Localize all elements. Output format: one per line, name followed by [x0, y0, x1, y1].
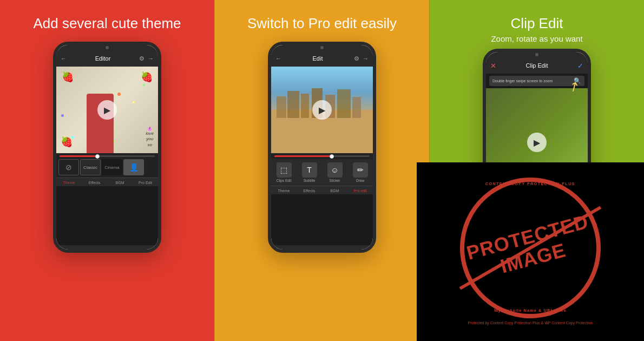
screen-header-1: ← Editor ⚙ → — [56, 50, 158, 67]
forward-icon-2: → — [363, 55, 369, 62]
person-icon-1: 👤 — [129, 163, 139, 172]
panel-1-title: Add several cute theme — [33, 15, 181, 32]
thumb-none-1[interactable]: ⊘ — [58, 159, 79, 175]
phone-1: ← Editor ⚙ → — [53, 42, 161, 253]
zoom-hint-text-3: Double finger swipe screen to zoom — [492, 79, 553, 83]
play-icon-3[interactable]: ▶ — [527, 133, 547, 152]
pro-btn-draw[interactable]: ✏ Draw — [353, 162, 368, 182]
progress-fill-1 — [60, 155, 97, 157]
tab-proedit-1[interactable]: Pro Edit — [133, 178, 158, 186]
clip-edit-header-3: ✕ Clip Edit ✓ — [486, 57, 588, 74]
tab-effects-label-2: Effects — [304, 189, 315, 193]
subtitle-label: Subtitle — [304, 179, 316, 182]
draw-icon: ✏ — [353, 162, 368, 178]
panel-2: Switch to Pro edit easily ← Edit ⚙ → — [214, 0, 429, 341]
phone-2: ← Edit ⚙ → — [268, 42, 376, 253]
classic-label-1: Classic — [83, 165, 97, 170]
phone-screen-2: ← Edit ⚙ → — [271, 50, 373, 245]
pro-btn-sticker[interactable]: ☺ Sticker — [327, 162, 343, 182]
sticker-icon: ☺ — [327, 162, 343, 178]
progress-fill-2 — [274, 155, 332, 157]
sticker-label: Sticker — [330, 179, 340, 182]
tab-theme-2[interactable]: Theme — [271, 186, 297, 194]
phone-topbar-3 — [486, 52, 588, 57]
header-icons-2: ⚙ → — [354, 55, 369, 62]
phone-body-2: ← Edit ⚙ → — [268, 42, 376, 253]
phone-bottom-1 — [56, 245, 158, 250]
phone-speaker-2 — [320, 46, 324, 49]
phone-topbar-2 — [271, 45, 373, 50]
thumb-person-1[interactable]: 👤 — [123, 159, 144, 175]
clips-edit-icon: ⬚ — [277, 162, 292, 178]
tab-bgm-label-1: BGM — [116, 181, 124, 185]
tab-bgm-label-2: BGM — [331, 189, 339, 193]
header-icons-1: ⚙ → — [139, 55, 154, 62]
thumb-classic-1[interactable]: Classic — [80, 159, 101, 175]
tab-effects-label-1: Effects — [89, 181, 100, 185]
progress-thumb-1[interactable] — [95, 154, 100, 159]
none-icon-1: ⊘ — [65, 163, 72, 172]
progress-track-1 — [60, 155, 155, 157]
panel-3-subtitle: Zoom, rotate as you want — [491, 34, 582, 43]
video-area-2: ▶ — [271, 67, 373, 153]
stamp-main-text: PROTECTED IMAGE — [461, 210, 600, 286]
settings-icon-2: ⚙ — [354, 55, 359, 62]
pro-edit-bar-2: ⬚ Clips Edit T Subtitle ☺ Sticker ✏ Draw — [271, 159, 373, 186]
play-icon-1[interactable]: ▶ — [97, 100, 117, 120]
pro-btn-subtitle[interactable]: T Subtitle — [302, 162, 317, 182]
forward-icon-1: → — [148, 55, 154, 62]
thumb-cinema-1[interactable]: Cinema — [102, 159, 122, 175]
tab-bar-2: Theme Effects BGM Pro edit — [271, 186, 373, 194]
screen-header-2: ← Edit ⚙ → — [271, 50, 373, 67]
tab-proedit-label-1: Pro Edit — [139, 181, 152, 185]
tab-theme-label-1: Theme — [63, 181, 75, 185]
play-btn-1[interactable]: ▶ — [56, 67, 158, 153]
cinema-label-1: Cinema — [104, 165, 120, 170]
clips-edit-label: Clips Edit — [277, 179, 291, 182]
stamp-arc-bottom-text: My Website Name & URL Here — [460, 308, 601, 313]
phone-topbar-1 — [56, 45, 158, 50]
panel-1: Add several cute theme ← Editor ⚙ → — [0, 0, 214, 341]
progress-track-2 — [274, 155, 370, 157]
tab-theme-label-2: Theme — [278, 189, 290, 193]
tab-proedit-label-2: Pro edit — [353, 189, 366, 193]
phone-screen-1: ← Editor ⚙ → — [56, 50, 158, 245]
play-btn-2[interactable]: ▶ — [271, 67, 373, 153]
panel-3-title: Clip Edit — [511, 15, 563, 32]
tab-bgm-1[interactable]: BGM — [107, 178, 133, 186]
stamp-container: PROTECTED IMAGE CONTENT COPY PROTECTION … — [460, 178, 601, 318]
screen-title-2: Edit — [313, 55, 323, 62]
tab-proedit-2[interactable]: Pro edit — [347, 186, 373, 194]
tab-effects-1[interactable]: Effects — [82, 178, 107, 186]
protected-overlay: PROTECTED IMAGE CONTENT COPY PROTECTION … — [417, 162, 644, 341]
clip-edit-title-3: Clip Edit — [526, 62, 548, 69]
video-area-1: Iloveyouso 🍓 🍓 🍓 ▶ — [56, 67, 158, 153]
back-icon-1: ← — [61, 55, 67, 62]
close-btn-3[interactable]: ✕ — [490, 62, 496, 70]
tab-effects-2[interactable]: Effects — [297, 186, 322, 194]
phone-bottom-2 — [271, 245, 373, 250]
screen-title-1: Editor — [95, 55, 111, 62]
phone-speaker-1 — [106, 46, 109, 49]
stamp-subtitle-text: Protected by Content Copy Protection Plu… — [468, 320, 593, 326]
tab-bgm-2[interactable]: BGM — [322, 186, 347, 194]
pro-btn-clips-edit[interactable]: ⬚ Clips Edit — [277, 162, 292, 182]
back-icon-2: ← — [275, 55, 281, 62]
draw-label: Draw — [356, 179, 364, 182]
subtitle-icon: T — [302, 162, 317, 178]
stamp-arc-top-text: CONTENT COPY PROTECTION PLUS — [460, 182, 601, 186]
check-btn-3[interactable]: ✓ — [577, 62, 583, 70]
progress-area-1 — [56, 153, 158, 159]
play-icon-2[interactable]: ▶ — [312, 100, 332, 120]
thumbnails-row-1: ⊘ Classic Cinema 👤 — [56, 159, 158, 178]
progress-thumb-2[interactable] — [330, 154, 334, 159]
phone-body-1: ← Editor ⚙ → — [53, 42, 161, 253]
tab-theme-1[interactable]: Theme — [56, 178, 82, 186]
settings-icon-1: ⚙ — [139, 55, 144, 62]
panel-2-title: Switch to Pro edit easily — [247, 15, 397, 32]
progress-area-2 — [271, 153, 373, 159]
phone-speaker-3 — [535, 53, 538, 56]
tab-bar-1: Theme Effects BGM Pro Edit — [56, 178, 158, 186]
